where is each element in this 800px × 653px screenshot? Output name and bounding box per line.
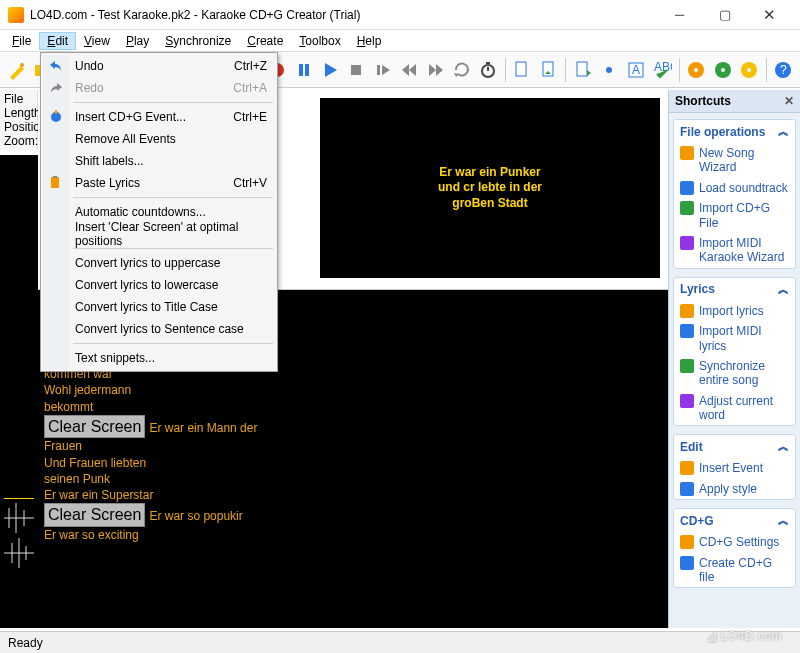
menu-edit[interactable]: Edit — [39, 32, 76, 50]
loop-button[interactable] — [449, 56, 474, 84]
maximize-button[interactable]: ▢ — [702, 0, 747, 30]
lyrics-line[interactable]: Er war so exciting — [44, 527, 662, 543]
lyrics-line[interactable]: seinen Punk — [44, 471, 662, 487]
timer-button[interactable] — [476, 56, 501, 84]
menu-insert-clear[interactable]: Insert 'Clear Screen' at optimal positio… — [43, 223, 275, 245]
style-button[interactable]: A — [623, 56, 648, 84]
svg-rect-14 — [516, 62, 526, 76]
help-button[interactable]: ? — [771, 56, 796, 84]
shortcuts-panel: Shortcuts ✕ File operations︽New Song Wiz… — [668, 90, 800, 628]
menu-titlecase[interactable]: Convert lyrics to Title Case — [43, 296, 275, 318]
shortcut-icon — [680, 181, 694, 195]
disc2-button[interactable] — [710, 56, 735, 84]
shortcuts-item[interactable]: Import lyrics — [674, 301, 795, 321]
shortcut-icon — [680, 359, 694, 373]
shortcuts-item[interactable]: CD+G Settings — [674, 532, 795, 552]
shortcut-label: New Song Wizard — [699, 146, 789, 175]
shortcuts-item[interactable]: Adjust current word — [674, 391, 795, 426]
menu-uppercase[interactable]: Convert lyrics to uppercase — [43, 252, 275, 274]
shortcut-label: Adjust current word — [699, 394, 789, 423]
shortcuts-item[interactable]: New Song Wizard — [674, 143, 795, 178]
play-button[interactable] — [317, 56, 342, 84]
menu-remove-events[interactable]: Remove All Events — [43, 128, 275, 150]
svg-rect-11 — [351, 65, 361, 75]
shortcut-icon — [680, 146, 694, 160]
clear-screen-tag[interactable]: Clear Screen — [44, 503, 145, 527]
window-title: LO4D.com - Test Karaoke.pk2 - Karaoke CD… — [30, 8, 657, 22]
shortcuts-group-title[interactable]: File operations︽ — [674, 120, 795, 143]
svg-point-24 — [721, 68, 725, 72]
shortcuts-item[interactable]: Load soundtrack — [674, 178, 795, 198]
disc3-button[interactable] — [736, 56, 761, 84]
preview-line-1: Er war ein Punker — [438, 165, 542, 181]
pause-button[interactable] — [291, 56, 316, 84]
forward-button[interactable] — [423, 56, 448, 84]
shortcuts-group: Lyrics︽Import lyricsImport MIDI lyricsSy… — [673, 277, 796, 427]
close-button[interactable]: ✕ — [747, 0, 792, 30]
svg-rect-16 — [577, 62, 587, 76]
wizard-button[interactable] — [4, 56, 29, 84]
step-button[interactable] — [370, 56, 395, 84]
doc2-button[interactable] — [536, 56, 561, 84]
info-position: Position — [4, 120, 33, 134]
clear-screen-tag[interactable]: Clear Screen — [44, 415, 145, 439]
menubar: File Edit View Play Synchronize Create T… — [0, 30, 800, 52]
menu-insert-event[interactable]: Insert CD+G Event...Ctrl+E — [43, 106, 275, 128]
svg-point-26 — [747, 68, 751, 72]
menu-help[interactable]: Help — [349, 32, 390, 50]
minimize-button[interactable]: ─ — [657, 0, 702, 30]
shortcuts-close-icon[interactable]: ✕ — [784, 94, 794, 108]
shortcuts-item[interactable]: Apply style — [674, 479, 795, 499]
doc1-button[interactable] — [510, 56, 535, 84]
preview-line-3: groBen Stadt — [438, 196, 542, 212]
lyrics-line[interactable]: bekommt — [44, 399, 662, 415]
spellcheck-button[interactable]: ABC — [649, 56, 674, 84]
shortcuts-group-title[interactable]: Lyrics︽ — [674, 278, 795, 301]
shortcut-label: Insert Event — [699, 461, 763, 475]
menu-redo[interactable]: RedoCtrl+A — [43, 77, 275, 99]
waveform-gutter — [0, 155, 38, 628]
menu-shift-labels[interactable]: Shift labels... — [43, 150, 275, 172]
menu-undo[interactable]: UndoCtrl+Z — [43, 55, 275, 77]
shortcuts-item[interactable]: Import MIDI Karaoke Wizard — [674, 233, 795, 268]
settings-button[interactable] — [597, 56, 622, 84]
lyrics-line[interactable]: Er war ein Superstar — [44, 487, 662, 503]
svg-rect-12 — [377, 65, 380, 75]
shortcuts-group-title[interactable]: Edit︽ — [674, 435, 795, 458]
disc1-button[interactable] — [684, 56, 709, 84]
menu-create[interactable]: Create — [239, 32, 291, 50]
shortcut-label: Import MIDI Karaoke Wizard — [699, 236, 789, 265]
shortcuts-item[interactable]: Import CD+G File — [674, 198, 795, 233]
menu-toolbox[interactable]: Toolbox — [291, 32, 348, 50]
menu-lowercase[interactable]: Convert lyrics to lowercase — [43, 274, 275, 296]
lyrics-line[interactable]: Und Frauen liebten — [44, 455, 662, 471]
shortcuts-item[interactable]: Insert Event — [674, 458, 795, 478]
menu-view[interactable]: View — [76, 32, 118, 50]
info-file: File — [4, 92, 33, 106]
shortcut-label: Synchronize entire song — [699, 359, 789, 388]
menu-synchronize[interactable]: Synchronize — [157, 32, 239, 50]
lyrics-line[interactable]: Clear ScreenEr war so popukir — [44, 503, 662, 527]
lyrics-line[interactable]: Wohl jedermann — [44, 382, 662, 398]
svg-point-22 — [694, 68, 698, 72]
shortcuts-group-title[interactable]: CD+G︽ — [674, 509, 795, 532]
menu-sentencecase[interactable]: Convert lyrics to Sentence case — [43, 318, 275, 340]
shortcuts-item[interactable]: Import MIDI lyrics — [674, 321, 795, 356]
lyrics-line[interactable]: Frauen — [44, 438, 662, 454]
lyrics-line[interactable]: Clear ScreenEr war ein Mann der — [44, 415, 662, 439]
shortcuts-item[interactable]: Synchronize entire song — [674, 356, 795, 391]
menu-paste-lyrics[interactable]: Paste LyricsCtrl+V — [43, 172, 275, 194]
shortcut-icon — [680, 201, 694, 215]
rewind-button[interactable] — [396, 56, 421, 84]
status-text: Ready — [8, 636, 43, 650]
menu-play[interactable]: Play — [118, 32, 157, 50]
stop-button[interactable] — [344, 56, 369, 84]
shortcut-icon — [680, 394, 694, 408]
chevron-up-icon: ︽ — [778, 439, 789, 454]
export-button[interactable] — [570, 56, 595, 84]
svg-rect-41 — [53, 176, 57, 178]
shortcuts-item[interactable]: Create CD+G file — [674, 553, 795, 588]
menu-file[interactable]: File — [4, 32, 39, 50]
menu-snippets[interactable]: Text snippets... — [43, 347, 275, 369]
lyrics-text: Frauen — [44, 439, 82, 453]
